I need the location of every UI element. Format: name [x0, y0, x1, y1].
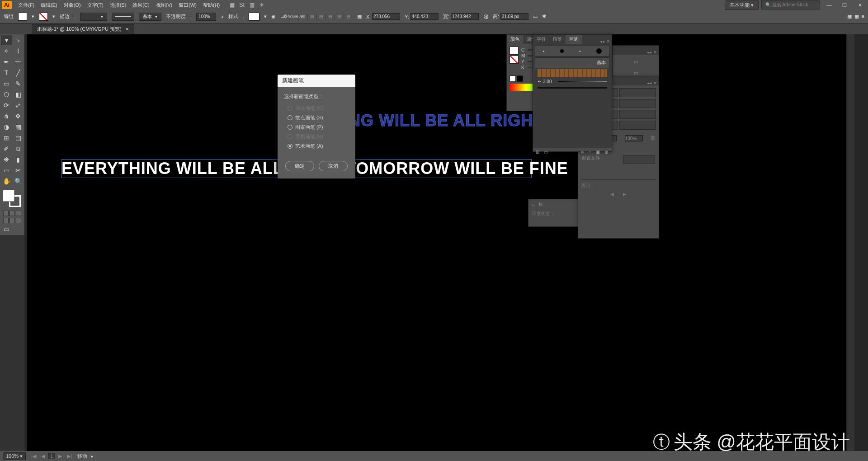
slice-tool[interactable]: ✂ [13, 165, 24, 175]
scale-v-input[interactable] [625, 135, 643, 141]
curvature-tool[interactable]: 〰 [13, 57, 24, 67]
brushes-close-icon[interactable]: ✕ [606, 39, 610, 44]
selection-tool[interactable]: ▾ [1, 35, 12, 45]
draw-behind-icon[interactable] [9, 218, 15, 223]
workspace-switcher[interactable]: 基本功能 ▾ [725, 0, 759, 10]
brush-library-icon[interactable]: ⊞ [536, 150, 539, 155]
black-swatch-icon[interactable] [517, 75, 523, 82]
type-tool[interactable]: T [1, 68, 12, 78]
arrange-icon[interactable]: ▥ [249, 2, 255, 8]
artboard-tool[interactable]: ▭ [1, 165, 12, 175]
tab-brushes[interactable]: 画笔 [566, 35, 582, 44]
window-restore[interactable]: ❐ [838, 1, 851, 9]
radio-scatter[interactable]: 散点画笔 (S) [284, 113, 349, 122]
more-icon[interactable]: ✱ [542, 14, 546, 19]
dock-close-icon[interactable]: ✕ [653, 50, 657, 55]
shaper-tool[interactable]: ⬡ [1, 89, 12, 99]
panel-stroke-swatch[interactable] [509, 56, 519, 64]
menu-effect[interactable]: 效果(C) [130, 1, 152, 9]
radio-pattern[interactable]: 图案画笔 (P) [284, 122, 349, 132]
rectangle-tool[interactable]: ▭ [1, 79, 12, 89]
style-swatch[interactable] [249, 13, 259, 21]
panel-menu-icon[interactable]: ≡ [862, 14, 864, 19]
fill-stroke-indicator[interactable] [1, 189, 24, 209]
menu-help[interactable]: 帮助(H) [200, 1, 222, 9]
zoom-select[interactable]: 100% ▾ [3, 452, 26, 460]
document-tab[interactable]: 未标题-1* @ 100% (CMYK/GPU 预览) ✕ [32, 24, 134, 34]
layer-icon[interactable]: ▭ [531, 202, 535, 207]
screen-mode-tool[interactable]: ▭ [1, 224, 12, 234]
brush-def-select[interactable]: 基本▾ [139, 13, 161, 21]
brush-preset-row[interactable]: •• [535, 46, 610, 56]
tab-paragraph[interactable]: 段落 [549, 35, 566, 44]
next-artboard-icon[interactable]: ▶ [57, 453, 64, 459]
menu-file[interactable]: 文件(F) [15, 1, 37, 9]
distribute-icon[interactable]: ⊟ [344, 13, 353, 21]
stroke-profile[interactable] [112, 13, 134, 21]
tab-character[interactable]: 字符 [533, 35, 549, 44]
artboard-number[interactable]: 1 [48, 453, 55, 459]
brushes-collapse-icon[interactable]: ◂◂ [600, 39, 604, 44]
white-swatch-icon[interactable] [509, 75, 516, 82]
cancel-button[interactable]: 取消 [319, 161, 348, 171]
w-input[interactable] [451, 13, 479, 20]
close-tab-icon[interactable]: ✕ [125, 27, 129, 32]
bridge-icon[interactable]: ▦ [229, 2, 235, 8]
fill-swatch[interactable] [18, 13, 27, 21]
gpu-icon[interactable]: ✈ [259, 2, 265, 8]
dock-icon[interactable]: ▭ [634, 59, 638, 64]
align-left-icon[interactable]: �however [289, 13, 298, 21]
next-icon[interactable]: ▶ [623, 192, 627, 197]
fill-color-icon[interactable] [3, 190, 14, 202]
link-scale-icon[interactable]: ⛓ [651, 135, 655, 141]
hand-tool[interactable]: ✋ [1, 176, 12, 186]
none-mode-icon[interactable] [16, 211, 21, 216]
first-artboard-icon[interactable]: |◀ [29, 453, 38, 459]
y-input[interactable] [410, 13, 439, 20]
stroke-swatch[interactable] [39, 13, 48, 21]
opacity-input[interactable] [196, 13, 216, 21]
menu-window[interactable]: 窗口(W) [176, 1, 199, 9]
transform-icon[interactable]: ▦ [357, 14, 362, 19]
dock-icon[interactable]: ▭ [634, 71, 638, 75]
eyedropper-tool[interactable]: ✐ [1, 144, 12, 154]
panel-toggle-1-icon[interactable]: ▦ [847, 14, 852, 19]
brush-pattern-preview[interactable] [538, 69, 607, 77]
panel-fill-swatch[interactable] [509, 47, 519, 55]
align-top-icon[interactable]: ⊟ [316, 13, 326, 21]
menu-type[interactable]: 文字(T) [85, 1, 106, 9]
transform-close-icon[interactable]: ✕ [653, 80, 657, 85]
column-graph-tool[interactable]: ▮ [13, 155, 24, 165]
stroke-weight[interactable]: ▾ [80, 13, 107, 21]
remove-stroke-icon[interactable]: ✕ [580, 150, 584, 155]
rotate-tool[interactable]: ⟳ [1, 100, 12, 110]
pen-tool[interactable]: ✒ [1, 57, 12, 67]
color-mode-icon[interactable] [3, 211, 9, 216]
window-minimize[interactable]: — [823, 1, 835, 9]
delete-brush-icon[interactable]: 🗑 [604, 150, 609, 155]
direct-selection-tool[interactable]: ▹ [13, 35, 24, 45]
h-input[interactable] [500, 13, 528, 20]
align-right-icon[interactable]: ⊟ [307, 13, 316, 21]
prop-cell[interactable] [619, 99, 656, 108]
brush-art-row[interactable] [535, 85, 610, 91]
brush-calligraphic-row[interactable]: ✒ 3.00 [535, 78, 610, 85]
symbol-sprayer-tool[interactable]: ❋ [1, 155, 12, 165]
brush-libraries-icon[interactable]: ▭ [544, 150, 548, 155]
line-tool[interactable]: ╱ [13, 68, 24, 78]
paintbrush-tool[interactable]: ✎ [13, 79, 24, 89]
scale-tool[interactable]: ⤢ [13, 100, 24, 110]
lasso-tool[interactable]: ⌇ [13, 46, 24, 56]
align-hcenter-icon[interactable]: ⊟ [298, 13, 307, 21]
dock-collapse-icon[interactable]: ◂◂ [647, 50, 651, 55]
transform-collapse-icon[interactable]: ◂◂ [647, 80, 651, 85]
free-transform-tool[interactable]: ✥ [13, 111, 24, 121]
tab-color[interactable]: 颜色 [507, 35, 523, 44]
artboard[interactable]: ING WILL BE ALL RIGH EVERYTHING WILL BE … [27, 34, 846, 451]
radio-art[interactable]: 艺术画笔 (A) [284, 141, 349, 151]
prop-cell[interactable] [619, 121, 656, 130]
draw-inside-icon[interactable] [16, 218, 21, 223]
perspective-tool[interactable]: ▦ [13, 122, 24, 132]
ok-button[interactable]: 确定 [285, 161, 314, 171]
last-artboard-icon[interactable]: ▶| [65, 453, 74, 459]
